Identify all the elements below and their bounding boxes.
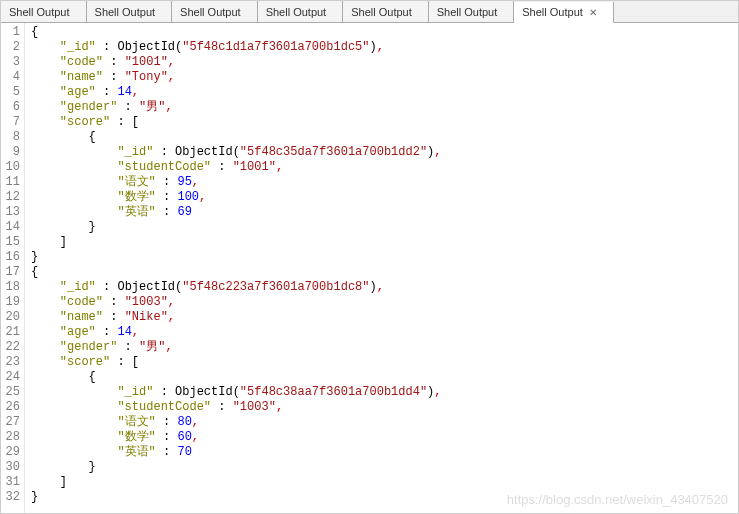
tab-shell-output-2[interactable]: Shell Output bbox=[172, 1, 258, 22]
line-number: 31 bbox=[1, 475, 20, 490]
line-number: 24 bbox=[1, 370, 20, 385]
code-line: { bbox=[31, 25, 738, 40]
code-line: "code" : "1003", bbox=[31, 295, 738, 310]
code-line: "_id" : ObjectId("5f48c223a7f3601a700b1d… bbox=[31, 280, 738, 295]
line-number: 14 bbox=[1, 220, 20, 235]
code-line: "name" : "Tony", bbox=[31, 70, 738, 85]
line-number: 22 bbox=[1, 340, 20, 355]
line-number: 3 bbox=[1, 55, 20, 70]
tab-label: Shell Output bbox=[522, 6, 583, 18]
close-icon[interactable]: ✕ bbox=[589, 7, 597, 18]
code-content[interactable]: { "_id" : ObjectId("5f48c1d1a7f3601a700b… bbox=[25, 23, 738, 513]
tab-label: Shell Output bbox=[266, 6, 327, 18]
code-line: "gender" : "男", bbox=[31, 340, 738, 355]
line-number: 20 bbox=[1, 310, 20, 325]
line-number: 27 bbox=[1, 415, 20, 430]
editor-area: 1234567891011121314151617181920212223242… bbox=[1, 23, 738, 513]
code-line: "语文" : 80, bbox=[31, 415, 738, 430]
code-line: ] bbox=[31, 475, 738, 490]
line-number: 6 bbox=[1, 100, 20, 115]
code-line: { bbox=[31, 130, 738, 145]
code-line: "age" : 14, bbox=[31, 85, 738, 100]
line-number: 13 bbox=[1, 205, 20, 220]
line-number: 4 bbox=[1, 70, 20, 85]
code-line: "score" : [ bbox=[31, 115, 738, 130]
line-number: 7 bbox=[1, 115, 20, 130]
code-line: "数学" : 60, bbox=[31, 430, 738, 445]
code-line: { bbox=[31, 265, 738, 280]
line-number: 2 bbox=[1, 40, 20, 55]
code-line: "_id" : ObjectId("5f48c38aa7f3601a700b1d… bbox=[31, 385, 738, 400]
line-number: 8 bbox=[1, 130, 20, 145]
line-number: 19 bbox=[1, 295, 20, 310]
tab-shell-output-6[interactable]: Shell Output✕ bbox=[514, 2, 614, 23]
tab-label: Shell Output bbox=[9, 6, 70, 18]
tab-bar: Shell OutputShell OutputShell OutputShel… bbox=[1, 1, 738, 23]
tab-label: Shell Output bbox=[437, 6, 498, 18]
line-number: 26 bbox=[1, 400, 20, 415]
code-line: { bbox=[31, 370, 738, 385]
code-line: "studentCode" : "1001", bbox=[31, 160, 738, 175]
line-number: 29 bbox=[1, 445, 20, 460]
code-line: "age" : 14, bbox=[31, 325, 738, 340]
line-number: 23 bbox=[1, 355, 20, 370]
code-line: "数学" : 100, bbox=[31, 190, 738, 205]
line-number: 9 bbox=[1, 145, 20, 160]
line-number: 17 bbox=[1, 265, 20, 280]
line-number: 5 bbox=[1, 85, 20, 100]
tab-label: Shell Output bbox=[351, 6, 412, 18]
line-number: 18 bbox=[1, 280, 20, 295]
tab-shell-output-0[interactable]: Shell Output bbox=[1, 1, 87, 22]
code-line: "英语" : 70 bbox=[31, 445, 738, 460]
line-number: 32 bbox=[1, 490, 20, 505]
line-number: 12 bbox=[1, 190, 20, 205]
line-number: 11 bbox=[1, 175, 20, 190]
code-line: "score" : [ bbox=[31, 355, 738, 370]
tab-shell-output-1[interactable]: Shell Output bbox=[87, 1, 173, 22]
code-line: } bbox=[31, 460, 738, 475]
line-number: 30 bbox=[1, 460, 20, 475]
line-number: 21 bbox=[1, 325, 20, 340]
line-number: 28 bbox=[1, 430, 20, 445]
line-number-gutter: 1234567891011121314151617181920212223242… bbox=[1, 23, 25, 513]
code-line: "_id" : ObjectId("5f48c1d1a7f3601a700b1d… bbox=[31, 40, 738, 55]
line-number: 16 bbox=[1, 250, 20, 265]
code-line: ] bbox=[31, 235, 738, 250]
line-number: 15 bbox=[1, 235, 20, 250]
code-line: } bbox=[31, 220, 738, 235]
tab-shell-output-5[interactable]: Shell Output bbox=[429, 1, 515, 22]
line-number: 10 bbox=[1, 160, 20, 175]
tab-shell-output-4[interactable]: Shell Output bbox=[343, 1, 429, 22]
code-line: "code" : "1001", bbox=[31, 55, 738, 70]
line-number: 1 bbox=[1, 25, 20, 40]
code-line: "_id" : ObjectId("5f48c35da7f3601a700b1d… bbox=[31, 145, 738, 160]
code-line: "英语" : 69 bbox=[31, 205, 738, 220]
code-line: "name" : "Nike", bbox=[31, 310, 738, 325]
code-line: } bbox=[31, 250, 738, 265]
code-line: "gender" : "男", bbox=[31, 100, 738, 115]
code-line: } bbox=[31, 490, 738, 505]
code-line: "语文" : 95, bbox=[31, 175, 738, 190]
tab-label: Shell Output bbox=[95, 6, 156, 18]
tab-label: Shell Output bbox=[180, 6, 241, 18]
tab-shell-output-3[interactable]: Shell Output bbox=[258, 1, 344, 22]
code-line: "studentCode" : "1003", bbox=[31, 400, 738, 415]
line-number: 25 bbox=[1, 385, 20, 400]
